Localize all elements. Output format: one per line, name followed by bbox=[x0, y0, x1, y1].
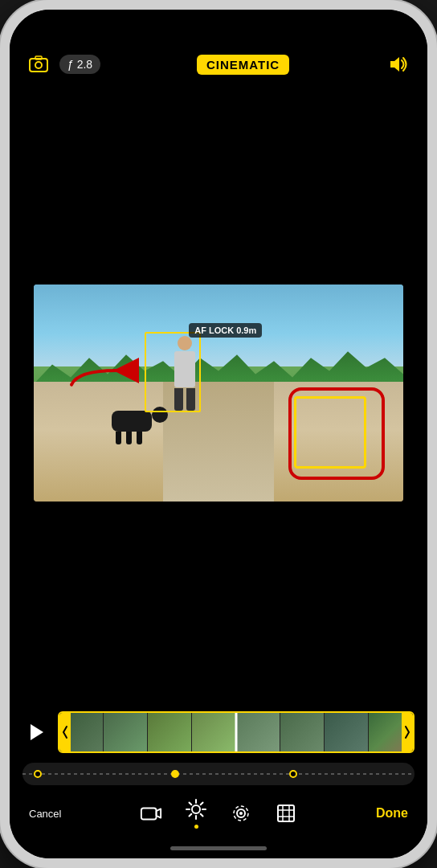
bottom-toolbar: Cancel bbox=[10, 792, 427, 841]
brightness-button[interactable] bbox=[185, 798, 207, 829]
svg-line-13 bbox=[190, 803, 192, 805]
svg-line-15 bbox=[201, 803, 203, 805]
cancel-button[interactable]: Cancel bbox=[29, 808, 61, 820]
filmstrip-frame-6 bbox=[280, 713, 325, 751]
cinematic-label: CINEMATIC bbox=[206, 58, 280, 72]
playhead bbox=[235, 713, 238, 751]
phone-screen: ƒ 2.8 CINEMATIC bbox=[10, 10, 427, 858]
svg-marker-7 bbox=[157, 809, 161, 817]
camera-record-button[interactable] bbox=[140, 802, 162, 825]
focus-dot-2[interactable] bbox=[171, 770, 179, 778]
aperture-label: ƒ 2.8 bbox=[67, 58, 92, 71]
filmstrip-frame-2 bbox=[104, 713, 148, 751]
dog-leg-3 bbox=[137, 432, 142, 444]
filmstrip[interactable] bbox=[58, 711, 415, 753]
camera-record-icon bbox=[140, 802, 162, 825]
focus-dot-3[interactable] bbox=[289, 770, 297, 778]
red-highlight-circle bbox=[288, 387, 385, 480]
camera-mode-button[interactable] bbox=[26, 51, 51, 77]
focus-mode-svg bbox=[230, 802, 252, 825]
filmstrip-container bbox=[10, 702, 427, 760]
svg-point-19 bbox=[239, 812, 243, 815]
focus-mode-button[interactable] bbox=[230, 802, 252, 825]
filmstrip-frame-5 bbox=[236, 713, 280, 751]
svg-marker-3 bbox=[390, 57, 399, 72]
bracket-left-icon bbox=[62, 725, 68, 739]
done-button[interactable]: Done bbox=[376, 806, 408, 821]
cinematic-badge[interactable]: CINEMATIC bbox=[197, 55, 289, 75]
notch bbox=[166, 10, 271, 32]
top-left-controls: ƒ 2.8 bbox=[26, 51, 100, 77]
focus-track-line bbox=[22, 773, 415, 775]
person-focus-box[interactable] bbox=[145, 332, 201, 412]
camera-icon bbox=[28, 54, 49, 75]
bracket-right-icon bbox=[404, 725, 410, 739]
toolbar-center-buttons bbox=[140, 798, 297, 829]
brightness-svg bbox=[185, 798, 207, 821]
brightness-active-dot bbox=[194, 825, 198, 829]
filmstrip-right-bracket[interactable] bbox=[402, 713, 413, 751]
sound-icon bbox=[387, 53, 410, 76]
sound-button[interactable] bbox=[386, 51, 411, 77]
svg-point-1 bbox=[35, 62, 42, 68]
dog-body bbox=[112, 411, 152, 432]
dog-leg-1 bbox=[116, 432, 121, 444]
play-button[interactable] bbox=[22, 718, 51, 747]
transform-button[interactable] bbox=[275, 802, 297, 825]
svg-rect-6 bbox=[141, 808, 157, 819]
filmstrip-frame-3 bbox=[148, 713, 192, 751]
red-arrow bbox=[63, 358, 144, 390]
brightness-icon bbox=[185, 798, 207, 821]
aperture-badge[interactable]: ƒ 2.8 bbox=[59, 55, 100, 74]
svg-rect-0 bbox=[30, 59, 47, 72]
filmstrip-frame-7 bbox=[325, 713, 369, 751]
focus-track-container bbox=[10, 760, 427, 792]
home-indicator[interactable] bbox=[170, 846, 267, 850]
dog-legs bbox=[116, 432, 142, 444]
top-controls-bar: ƒ 2.8 CINEMATIC bbox=[10, 45, 427, 84]
video-background: AF LOCK 0.9m bbox=[34, 285, 403, 502]
filmstrip-left-bracket[interactable] bbox=[59, 713, 71, 751]
camera-record-svg bbox=[140, 802, 162, 825]
transform-svg bbox=[275, 802, 297, 825]
svg-line-14 bbox=[201, 814, 203, 817]
phone-frame: ƒ 2.8 CINEMATIC bbox=[0, 0, 437, 868]
svg-point-8 bbox=[192, 805, 200, 813]
dog-leg-2 bbox=[126, 432, 132, 444]
video-preview-area[interactable]: AF LOCK 0.9m bbox=[10, 84, 427, 702]
bottom-controls: Cancel bbox=[10, 702, 427, 858]
svg-marker-5 bbox=[31, 724, 43, 740]
focus-dot-1[interactable] bbox=[34, 770, 42, 778]
video-frame: AF LOCK 0.9m bbox=[34, 285, 403, 502]
play-icon bbox=[26, 721, 48, 743]
svg-line-16 bbox=[190, 814, 192, 817]
focus-track-bar[interactable] bbox=[22, 763, 415, 785]
filmstrip-frame-4 bbox=[192, 713, 236, 751]
focus-mode-icon bbox=[230, 802, 252, 825]
svg-rect-20 bbox=[278, 805, 294, 821]
af-lock-label: AF LOCK 0.9m bbox=[189, 323, 262, 338]
transform-icon bbox=[275, 802, 297, 825]
